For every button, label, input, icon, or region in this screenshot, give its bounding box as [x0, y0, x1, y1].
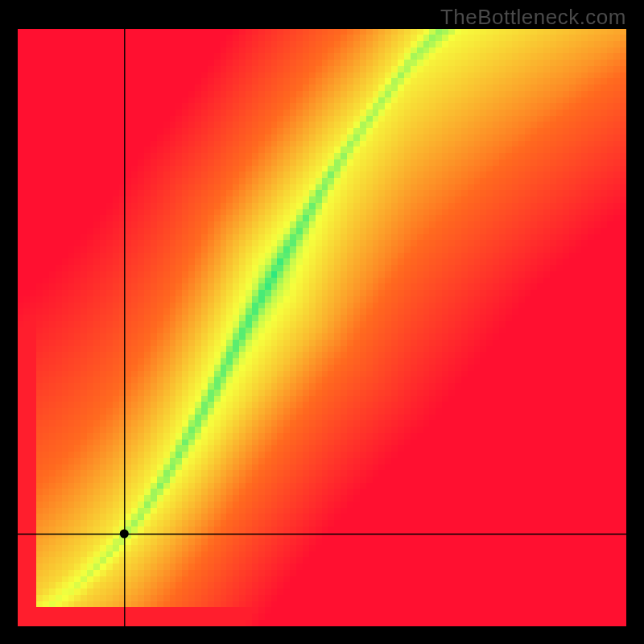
- watermark-text: TheBottleneck.com: [440, 5, 626, 30]
- chart-frame: TheBottleneck.com: [0, 0, 644, 644]
- bottleneck-heatmap-canvas: [18, 29, 626, 626]
